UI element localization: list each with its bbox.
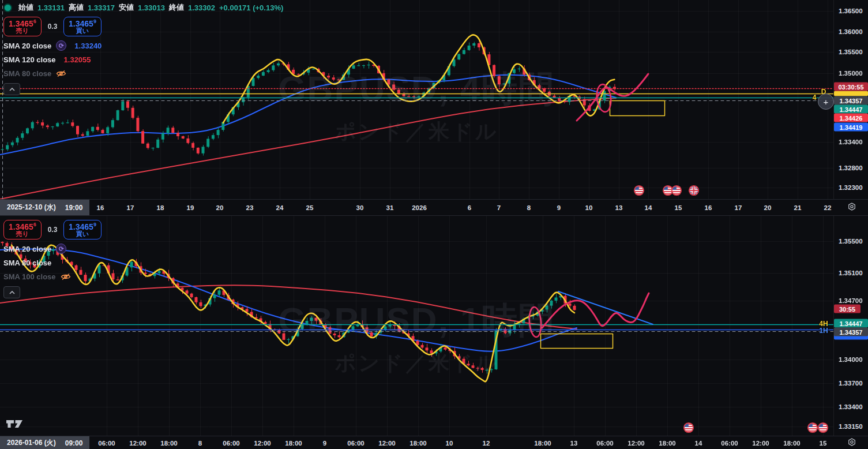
price-tick: 1.35500 bbox=[839, 238, 863, 245]
time-tick: 16 bbox=[705, 204, 712, 211]
crosshair-date-tooltip: 2025-12-10 (水)19:00 bbox=[0, 200, 89, 215]
eye-off-icon[interactable] bbox=[61, 273, 71, 280]
indicator-value: 1.33240 bbox=[74, 42, 102, 50]
h4-line-price: 1.34447 bbox=[834, 105, 868, 114]
sell-button[interactable]: 1.34656 売り bbox=[3, 17, 42, 36]
sell-label: 売り bbox=[16, 28, 29, 35]
time-tick: 10 bbox=[585, 204, 593, 211]
legend-collapse-button[interactable] bbox=[3, 286, 20, 298]
sma120-price: 1.34426 bbox=[834, 114, 868, 122]
time-tick: 25 bbox=[306, 204, 314, 211]
legend-collapse-button[interactable] bbox=[3, 83, 20, 95]
chart-panel-1h[interactable]: GBPUSD, 1時間 ポンド／米ドル 1.34656 売り 0.3 1.346… bbox=[0, 215, 868, 436]
chevron-up-icon bbox=[9, 88, 15, 91]
time-axis-4h[interactable]: 2025-12-10 (水)19:00 16171819202324253031… bbox=[0, 199, 868, 216]
candle-countdown: 03:30:55 bbox=[834, 83, 868, 91]
time-tick: 10 bbox=[446, 440, 453, 447]
time-tick: 8 bbox=[198, 440, 202, 447]
economic-event-flag-us[interactable] bbox=[818, 422, 829, 433]
time-tick: 20 bbox=[216, 204, 224, 211]
price-tick: 1.33400 bbox=[839, 139, 863, 145]
open-label: 始値 bbox=[18, 2, 33, 13]
chevron-up-icon bbox=[9, 291, 15, 294]
time-tick: 13 bbox=[615, 204, 623, 211]
economic-event-flag-us[interactable] bbox=[683, 422, 694, 433]
line-tag-4: 4 bbox=[813, 93, 817, 102]
indicator-row[interactable]: SMA 20 close⟳1.33240 bbox=[3, 41, 283, 50]
time-tick: 16 bbox=[97, 204, 104, 211]
price-tick: 1.34000 bbox=[839, 356, 863, 363]
axis-settings-gear-icon[interactable] bbox=[848, 437, 856, 448]
indicator-list: SMA 20 close⟳1.33240SMA 120 close1.32055… bbox=[3, 41, 283, 78]
time-tick: 22 bbox=[824, 204, 832, 211]
trade-buttons: 1.34656 売り 0.3 1.34659 買い bbox=[3, 17, 283, 36]
economic-event-flag-us[interactable] bbox=[807, 422, 818, 433]
time-tick: 18:00 bbox=[409, 440, 426, 447]
time-tick: 18:00 bbox=[783, 440, 800, 447]
time-tick: 12:00 bbox=[378, 440, 395, 447]
price-tick: 1.36000 bbox=[839, 28, 863, 35]
indicator-row[interactable]: SMA 100 close bbox=[3, 272, 102, 281]
axis-settings-gear-icon[interactable] bbox=[848, 202, 856, 213]
sma20-price: 1.34419 bbox=[834, 123, 868, 132]
time-tick: 12:00 bbox=[129, 440, 146, 447]
chart-canvas-1h[interactable] bbox=[0, 215, 833, 436]
indicator-row[interactable]: SMA 80 close bbox=[3, 69, 283, 78]
price-tick: 1.35500 bbox=[839, 48, 863, 55]
price-tick: 1.34700 bbox=[839, 297, 863, 304]
price-tick: 1.33400 bbox=[839, 403, 863, 410]
time-axis-1h[interactable]: 2026-01-06 (火)09:00 06:0012:0018:00806:0… bbox=[0, 436, 868, 449]
time-tick: 30 bbox=[356, 204, 364, 211]
sync-icon[interactable]: ⟳ bbox=[56, 40, 66, 51]
time-tick: 13 bbox=[570, 440, 578, 447]
indicator-row[interactable]: SMA 120 close1.32055 bbox=[3, 55, 283, 64]
time-tick: 14 bbox=[645, 204, 652, 211]
price-tick: 1.35000 bbox=[839, 70, 863, 77]
indicator-name: SMA 20 close bbox=[3, 245, 51, 253]
indicator-name: SMA 100 close bbox=[3, 272, 56, 281]
time-tick: 6 bbox=[468, 204, 471, 211]
indicator-row[interactable]: SMA 80 close bbox=[3, 258, 102, 267]
spread-value: 0.3 bbox=[47, 226, 58, 234]
time-tick: 8 bbox=[527, 204, 531, 211]
eye-off-icon[interactable] bbox=[56, 70, 66, 77]
time-tick: 18:00 bbox=[160, 440, 177, 447]
indicator-list: SMA 20 close⟳SMA 80 closeSMA 100 close bbox=[3, 244, 102, 281]
economic-event-flag-uk[interactable] bbox=[689, 185, 700, 196]
time-tick: 06:00 bbox=[347, 440, 364, 447]
time-tick: 15 bbox=[820, 440, 827, 447]
time-tick: 06:00 bbox=[98, 440, 115, 447]
economic-event-flag-us[interactable] bbox=[671, 185, 682, 196]
sell-button[interactable]: 1.34656 売り bbox=[3, 220, 42, 240]
time-tick: 06:00 bbox=[223, 440, 239, 447]
indicator-name: SMA 20 close bbox=[3, 42, 51, 50]
time-tick: 24 bbox=[276, 204, 284, 211]
indicator-name: SMA 120 close bbox=[3, 55, 56, 64]
buy-button[interactable]: 1.34659 買い bbox=[63, 17, 102, 36]
price-tick: 1.32300 bbox=[839, 184, 863, 191]
time-tick: 18:00 bbox=[659, 440, 675, 447]
economic-event-flag-us[interactable] bbox=[634, 185, 645, 196]
low-label: 安値 bbox=[119, 2, 134, 13]
daily-line-label bbox=[834, 91, 868, 96]
legend-1h: 1.34656 売り 0.3 1.34659 買い SMA 20 close⟳S… bbox=[3, 220, 102, 298]
tradingview-logo[interactable] bbox=[5, 418, 24, 432]
close-value: 1.33302 bbox=[188, 3, 215, 12]
add-order-plus-button[interactable]: + bbox=[818, 93, 834, 110]
time-tick: 18 bbox=[157, 204, 164, 211]
buy-button[interactable]: 1.34659 買い bbox=[63, 220, 102, 240]
sync-icon[interactable]: ⟳ bbox=[56, 244, 66, 254]
time-tick: 9 bbox=[557, 204, 561, 211]
ohlc-row: 始値 1.33131 高値 1.33317 安値 1.33013 終値 1.33… bbox=[3, 2, 283, 13]
time-tick: 21 bbox=[794, 204, 802, 211]
buy-label: 買い bbox=[76, 28, 89, 35]
time-tick: 23 bbox=[246, 204, 254, 211]
indicator-name: SMA 80 close bbox=[3, 69, 51, 78]
sell-label: 売り bbox=[16, 231, 29, 238]
time-tick: 15 bbox=[675, 204, 682, 211]
chart-panel-4h[interactable]: GBPUSD, 4時間 ポンド／米ドル 始値 1.33131 高値 1.3331… bbox=[0, 0, 868, 199]
time-tick: 20 bbox=[764, 204, 772, 211]
market-status-dot[interactable] bbox=[3, 3, 12, 12]
time-tick: 19 bbox=[187, 204, 194, 211]
indicator-row[interactable]: SMA 20 close⟳ bbox=[3, 244, 102, 253]
